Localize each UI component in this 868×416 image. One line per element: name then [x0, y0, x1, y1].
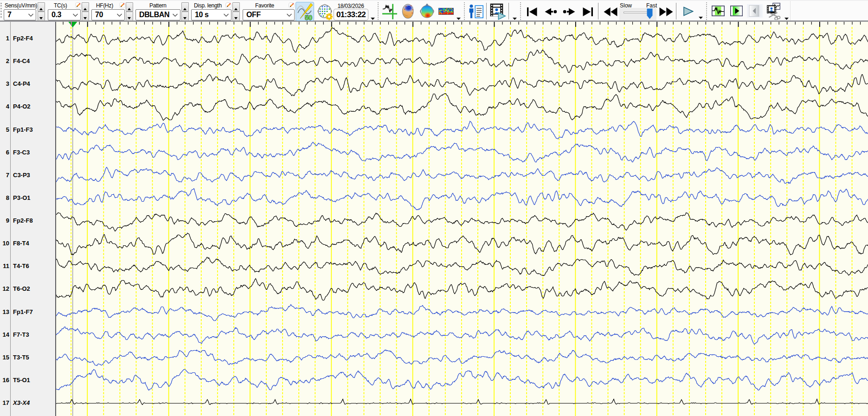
svg-text:50: 50 [305, 14, 312, 21]
